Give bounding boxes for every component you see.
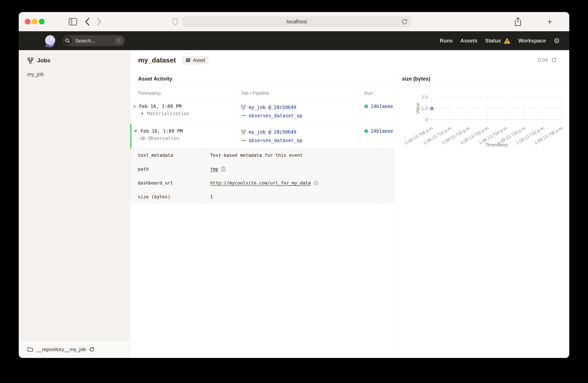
metadata-key: path xyxy=(130,163,204,176)
zoom-window-button[interactable] xyxy=(39,19,44,24)
metadata-row-dashboard-url: dashboard_url http://mycoolsite.com/url_… xyxy=(130,177,394,189)
dagster-logo[interactable] xyxy=(44,34,57,47)
run-status-dot xyxy=(364,129,368,133)
metadata-key: text_metadata xyxy=(130,149,204,161)
metadata-key: size (bytes) xyxy=(130,190,204,203)
global-search-input[interactable]: Search... / xyxy=(62,35,125,46)
activity-table-header: Timestamp Job / Pipeline Run xyxy=(130,88,394,99)
jobs-sidebar: Jobs my_job __repository__my_job xyxy=(19,50,130,358)
nav-link-assets[interactable]: Assets xyxy=(461,38,478,44)
browser-toolbar: localhost + xyxy=(19,12,569,31)
repository-footer[interactable]: __repository__my_job xyxy=(19,341,130,358)
run-id-link[interactable]: 14b1aeee xyxy=(371,128,393,134)
asset-activity-heading: Asset Activity xyxy=(130,70,394,88)
sidebar-header: Jobs xyxy=(19,50,130,64)
size-bytes-scatter-chart: 1:09:13.708 p.m.1:09:13.712 p.m.1:09:13.… xyxy=(394,88,569,151)
metadata-row-text-metadata: text_metadata Text-based metadata for th… xyxy=(130,149,394,162)
svg-text:1.0: 1.0 xyxy=(421,106,428,111)
op-link[interactable]: observes_dataset_op xyxy=(249,113,302,119)
settings-gear-icon[interactable]: ⚙ xyxy=(554,37,560,44)
metadata-key: dashboard_url xyxy=(130,177,204,189)
nav-link-status[interactable]: Status xyxy=(485,38,511,44)
jobs-icon xyxy=(27,58,33,63)
job-icon xyxy=(241,129,246,135)
event-timestamp: Feb 16, 1:09 PM xyxy=(141,128,183,134)
new-tab-button[interactable]: + xyxy=(544,12,556,31)
job-icon xyxy=(241,105,246,110)
activity-row-observation: Feb 16, 1:09 PM Observation xyxy=(130,124,394,149)
svg-text:2.0: 2.0 xyxy=(421,95,428,100)
path-value-link[interactable]: tmp xyxy=(210,166,218,172)
nav-link-workspace[interactable]: Workspace xyxy=(518,38,546,44)
search-placeholder: Search... xyxy=(75,38,115,44)
asset-detail-main: my_dataset Asset 0:04 xyxy=(130,50,569,358)
asset-title: my_dataset xyxy=(138,56,176,64)
sidebar-toggle-icon[interactable] xyxy=(67,12,78,31)
event-type: Observation xyxy=(148,136,179,141)
share-icon[interactable] xyxy=(512,12,524,31)
minimize-window-button[interactable] xyxy=(32,19,38,24)
back-button[interactable] xyxy=(83,12,92,31)
metadata-value: 1 xyxy=(210,194,213,199)
external-link-icon[interactable] xyxy=(314,181,318,186)
address-bar[interactable]: localhost xyxy=(183,16,411,27)
refresh-page-icon[interactable] xyxy=(551,57,557,63)
close-window-button[interactable] xyxy=(25,19,30,24)
event-metadata-table: text_metadata Text-based metadata for th… xyxy=(130,149,394,203)
observation-eye-icon xyxy=(140,137,146,140)
nav-link-runs[interactable]: Runs xyxy=(440,38,453,44)
warning-triangle-icon xyxy=(503,38,511,44)
column-header-run: Run xyxy=(360,88,394,99)
asset-badge-label: Asset xyxy=(193,58,205,63)
column-header-timestamp: Timestamp xyxy=(130,88,236,99)
privacy-shield-icon[interactable] xyxy=(170,12,180,31)
dashboard-url-link[interactable]: http://mycoolsite.com/url_for_my_data xyxy=(210,180,311,185)
metadata-row-path: path tmp xyxy=(130,162,394,176)
asset-badge-icon xyxy=(186,58,191,63)
materialization-icon: ✦ xyxy=(140,111,144,116)
browser-window: localhost + xyxy=(19,12,569,358)
forward-button[interactable] xyxy=(94,12,104,31)
asset-activity-panel: Asset Activity Timestamp Job / Pipeline … xyxy=(130,70,394,358)
nav-links: Runs Assets Status Workspace ⚙ xyxy=(440,31,560,50)
reload-repository-icon[interactable] xyxy=(89,347,94,352)
run-status-dot xyxy=(364,104,368,108)
run-id-link[interactable]: 14b1aeee xyxy=(371,104,393,109)
plus-icon: + xyxy=(547,16,552,27)
caret-down-icon[interactable] xyxy=(134,130,137,132)
activity-row-materialization: Feb 16, 1:09 PM ✦ Materialization xyxy=(130,99,394,124)
metadata-row-size-bytes: size (bytes) 1 xyxy=(130,190,394,203)
refresh-countdown: 0:04 xyxy=(538,57,548,63)
metadata-value: Text-based metadata for this event xyxy=(210,153,303,158)
svg-text:Timestamp: Timestamp xyxy=(485,142,508,147)
asset-type-badge: Asset xyxy=(182,56,209,64)
sidebar-title: Jobs xyxy=(37,57,50,64)
svg-text:Value: Value xyxy=(415,103,420,114)
run-tag-link[interactable]: 28c50649 xyxy=(274,129,296,135)
event-timestamp: Feb 16, 1:09 PM xyxy=(139,104,181,109)
event-type: Materialization xyxy=(147,111,189,116)
app-navbar: Search... / Runs Assets Status Workspace… xyxy=(19,31,569,50)
column-header-job: Job / Pipeline xyxy=(236,88,360,99)
search-icon xyxy=(63,36,72,45)
svg-text:0: 0 xyxy=(425,117,428,122)
op-link[interactable]: observes_dataset_op xyxy=(249,138,302,143)
chart-title: size (bytes) xyxy=(394,70,569,88)
run-tag-link[interactable]: 28c50649 xyxy=(274,105,296,110)
op-icon xyxy=(241,139,246,142)
address-bar-url: localhost xyxy=(287,19,307,25)
job-link[interactable]: my_job xyxy=(249,105,266,110)
job-link[interactable]: my_job xyxy=(249,129,266,135)
size-bytes-chart-panel: size (bytes) 1:09:13.708 p.m.1:09:13.712… xyxy=(394,70,569,358)
caret-right-icon[interactable] xyxy=(134,105,136,108)
reload-page-icon[interactable] xyxy=(401,18,408,25)
search-shortcut-key: / xyxy=(115,38,122,44)
op-icon xyxy=(241,114,246,117)
asset-header: my_dataset Asset 0:04 xyxy=(130,50,569,70)
repository-name: __repository__my_job xyxy=(37,346,86,352)
copy-clipboard-icon[interactable] xyxy=(221,166,225,172)
sidebar-item-my-job[interactable]: my_job xyxy=(19,64,130,77)
folder-icon xyxy=(27,347,33,352)
